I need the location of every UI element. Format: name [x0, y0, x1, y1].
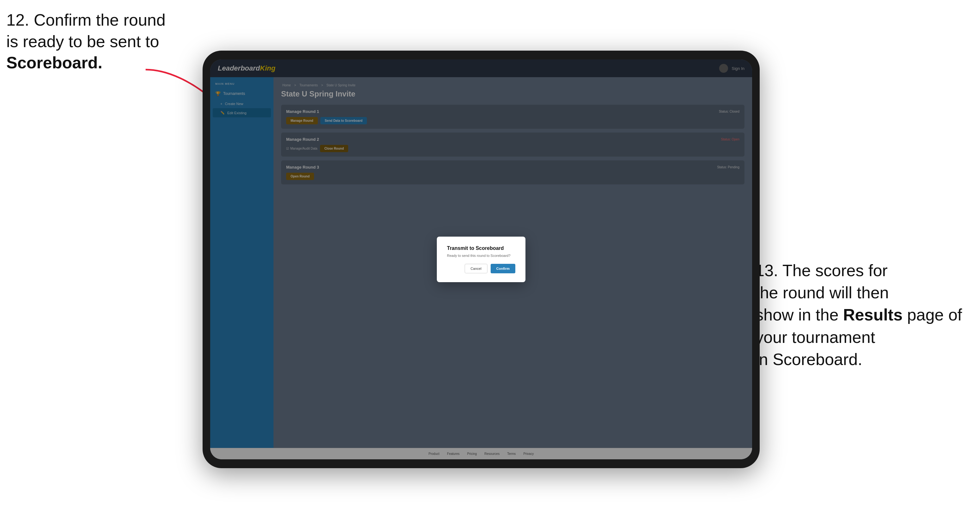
instruction-b-line2: the round will then	[755, 283, 889, 302]
instruction-b-bold: Results	[843, 306, 903, 324]
instruction-b-line5: your tournament	[755, 328, 875, 346]
modal-overlay: Transmit to Scoreboard Ready to send thi…	[274, 77, 752, 448]
confirm-button[interactable]: Confirm	[491, 264, 515, 273]
tablet-screen: LeaderboardKing Sign In MAIN MENU 🏆 Tour…	[210, 59, 752, 459]
main-content: Home > Tournaments > State U Spring Invi…	[274, 77, 752, 448]
instruction-bottom: 13. The scores for the round will then s…	[755, 259, 970, 370]
instruction-line3: Scoreboard.	[6, 54, 102, 72]
modal-title: Transmit to Scoreboard	[447, 246, 515, 251]
modal-actions: Cancel Confirm	[447, 264, 515, 273]
instruction-b-line1: 13. The scores for	[755, 261, 888, 279]
app-layout: LeaderboardKing Sign In MAIN MENU 🏆 Tour…	[210, 59, 752, 459]
body-area: MAIN MENU 🏆 Tournaments + Create New ✏️ …	[210, 77, 752, 448]
instruction-line2: is ready to be sent to	[6, 32, 159, 51]
instruction-top: 12. Confirm the round is ready to be sen…	[6, 10, 228, 74]
instruction-b-line3: show in the	[755, 306, 838, 324]
instruction-line1: 12. Confirm the round	[6, 11, 165, 29]
instruction-b-line6: in Scoreboard.	[755, 350, 862, 368]
tablet-frame: LeaderboardKing Sign In MAIN MENU 🏆 Tour…	[203, 51, 760, 468]
cancel-button[interactable]: Cancel	[465, 264, 487, 273]
modal-subtitle: Ready to send this round to Scoreboard?	[447, 254, 515, 257]
modal-box: Transmit to Scoreboard Ready to send thi…	[437, 237, 525, 282]
instruction-b-line4: page of	[907, 306, 962, 324]
